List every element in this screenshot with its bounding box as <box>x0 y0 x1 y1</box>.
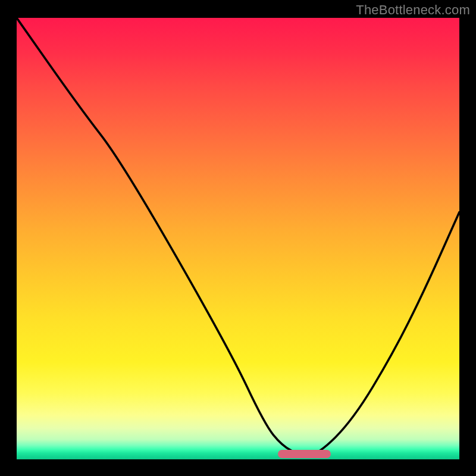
chart-frame: TheBottleneck.com <box>0 0 476 476</box>
optimal-marker-pill <box>278 450 331 458</box>
plot-area-wrap <box>17 18 459 459</box>
watermark-text: TheBottleneck.com <box>356 2 470 18</box>
bottleneck-curve-path <box>17 18 459 455</box>
bottleneck-curve-svg <box>17 18 459 459</box>
plot-area <box>17 18 459 459</box>
